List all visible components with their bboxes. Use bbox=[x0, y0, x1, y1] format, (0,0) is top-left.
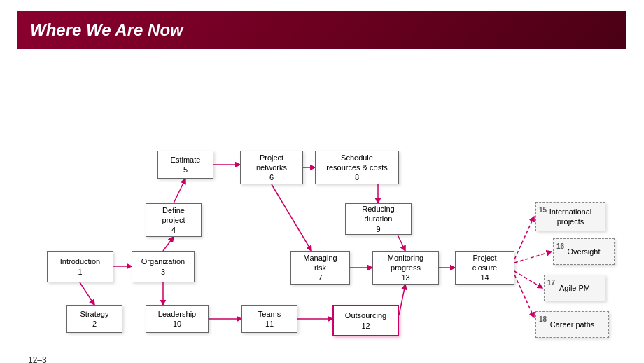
node-strategy: Strategy2 bbox=[66, 305, 122, 333]
node-organization: Organization3 bbox=[132, 251, 195, 282]
node-oversight: 16Oversight bbox=[553, 238, 615, 265]
node-estimate: Estimate5 bbox=[158, 151, 214, 179]
svg-line-7 bbox=[272, 184, 312, 251]
node-define: Defineproject4 bbox=[146, 203, 202, 237]
node-teams: Teams11 bbox=[241, 305, 298, 333]
node-intro: Introduction1 bbox=[47, 251, 113, 282]
node-monitoring: Monitoringprogress13 bbox=[372, 251, 439, 285]
svg-line-17 bbox=[514, 271, 542, 288]
svg-line-4 bbox=[174, 179, 186, 203]
svg-line-2 bbox=[163, 237, 174, 251]
node-international: 15Internationalprojects bbox=[536, 202, 606, 231]
node-schedule: Scheduleresources & costs8 bbox=[315, 151, 399, 184]
node-career: 18Career paths bbox=[536, 311, 609, 338]
node-closure: Projectclosure14 bbox=[455, 251, 514, 285]
node-agile: 17Agile PM bbox=[544, 275, 606, 301]
slide-container: Where We Are Now bbox=[0, 11, 644, 363]
svg-line-15 bbox=[514, 217, 534, 259]
node-reducing: Reducingduration9 bbox=[345, 203, 412, 235]
svg-line-16 bbox=[514, 252, 552, 263]
node-leadership: Leadership10 bbox=[146, 305, 209, 333]
header-bar: Where We Are Now bbox=[18, 11, 626, 49]
header-title: Where We Are Now bbox=[30, 20, 183, 40]
svg-line-18 bbox=[514, 275, 534, 317]
page-number: 12–3 bbox=[28, 355, 47, 363]
node-managing: Managingrisk7 bbox=[290, 251, 350, 285]
node-networks: Projectnetworks6 bbox=[240, 151, 303, 184]
svg-line-9 bbox=[398, 235, 405, 251]
svg-line-13 bbox=[399, 285, 405, 315]
node-outsourcing: Outsourcing12 bbox=[332, 305, 399, 336]
diagram-area: Introduction1Strategy2Organization3Defin… bbox=[18, 67, 626, 347]
svg-line-0 bbox=[80, 282, 94, 305]
